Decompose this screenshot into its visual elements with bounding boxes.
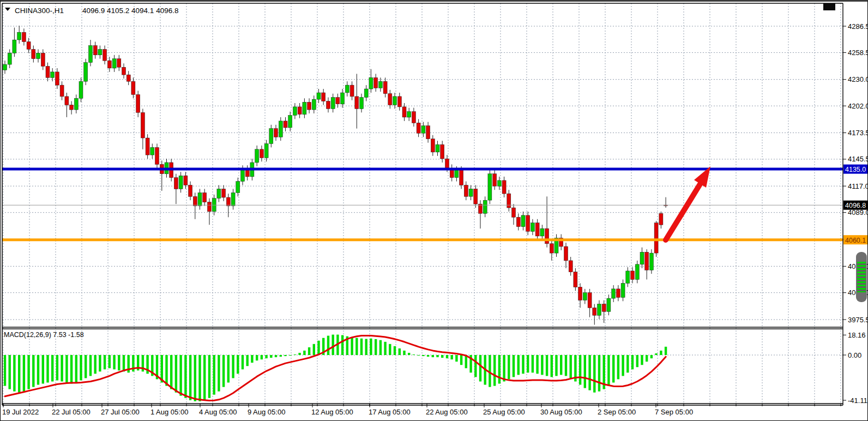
macd-histogram-bar xyxy=(317,341,320,355)
macd-histogram-bar xyxy=(584,355,586,388)
candle-bullish xyxy=(74,98,78,110)
candle-bearish xyxy=(412,112,415,123)
price-tick-label: 4145.5 xyxy=(848,155,867,163)
candle-bearish xyxy=(564,246,568,261)
macd-histogram-bar xyxy=(355,338,358,355)
chart-canvas[interactable]: 4286.54258.54230.04202.04173.54145.54117… xyxy=(1,2,867,421)
macd-histogram-bar xyxy=(332,335,334,355)
bullish-arrow[interactable] xyxy=(666,166,710,240)
candle-bearish xyxy=(374,77,378,88)
macd-histogram-bar xyxy=(13,355,15,392)
candlestick-series xyxy=(3,26,668,324)
candle-bullish xyxy=(649,253,653,270)
macd-histogram-bar xyxy=(451,355,453,359)
macd-histogram-bar xyxy=(313,344,315,355)
candle-bearish xyxy=(322,93,326,101)
macd-histogram-bar xyxy=(636,355,638,367)
time-tick-label: 4 Aug 05:00 xyxy=(199,408,237,416)
candle-bearish xyxy=(355,97,359,109)
arrow-shaft[interactable] xyxy=(666,183,701,240)
candle-bearish xyxy=(388,94,392,105)
candle-bearish xyxy=(493,174,497,187)
macd-histogram-bar xyxy=(498,355,501,384)
macd-histogram-bar xyxy=(27,355,29,389)
macd-histogram-bar xyxy=(275,355,277,357)
symbol-dropdown-icon[interactable] xyxy=(5,8,10,11)
macd-histogram-bar xyxy=(394,346,396,355)
candle-bearish xyxy=(174,178,178,189)
price-axis[interactable]: 4286.54258.54230.04202.04173.54145.54117… xyxy=(843,22,867,405)
macd-histogram-bar xyxy=(541,355,543,375)
candle-bullish xyxy=(3,64,7,70)
macd-histogram-bar xyxy=(189,355,191,400)
macd-histogram-bar xyxy=(617,355,619,379)
candle-bullish xyxy=(635,264,639,280)
candle-bullish xyxy=(217,189,221,198)
macd-histogram-bar xyxy=(598,355,600,392)
candle-bearish xyxy=(65,97,69,105)
macd-histogram-bar xyxy=(503,355,505,382)
macd-histogram-bar xyxy=(222,355,225,387)
macd-histogram-bar xyxy=(565,355,567,376)
macd-histogram-bar xyxy=(303,351,305,355)
macd-histogram-bar xyxy=(61,355,63,382)
time-tick-label: 19 Jul 2022 xyxy=(2,408,39,416)
macd-histogram-bar xyxy=(104,355,106,369)
macd-histogram-bar xyxy=(593,355,595,393)
macd-histogram-bar xyxy=(479,355,481,382)
scrollbar-stripes xyxy=(857,262,866,292)
macd-histogram-bar xyxy=(465,355,467,368)
macd-histogram-bar xyxy=(351,337,353,355)
macd-histogram-bar xyxy=(284,355,286,356)
candle-bullish xyxy=(521,215,525,227)
candle-bullish xyxy=(17,32,21,40)
macd-histogram-bar xyxy=(341,335,343,355)
time-tick-label: 7 Sep 05:00 xyxy=(655,408,693,416)
candle-bullish xyxy=(369,77,373,89)
macd-histogram-bar xyxy=(493,355,496,386)
candle-bullish xyxy=(89,46,93,63)
macd-histogram-bar xyxy=(384,342,386,355)
overlay-objects xyxy=(2,166,843,240)
candle-bearish xyxy=(41,53,45,66)
candle-bullish xyxy=(269,129,273,144)
candle-bullish xyxy=(51,72,55,77)
macd-histogram-bar xyxy=(123,355,125,371)
candle-bearish xyxy=(659,213,663,225)
time-tick-label: 25 Aug 05:00 xyxy=(483,408,525,416)
macd-histogram-bar xyxy=(517,355,520,375)
macd-histogram-bar xyxy=(89,355,92,376)
macd-histogram-bar xyxy=(641,355,643,365)
current-price-badge-label: 4096.8 xyxy=(845,202,866,209)
candle-bullish xyxy=(621,283,625,297)
macd-histogram-bar xyxy=(432,355,434,357)
macd-histogram-bar xyxy=(370,339,372,355)
macd-histogram-bar xyxy=(298,353,300,355)
vertical-scrollbar-thumb[interactable] xyxy=(856,252,867,302)
candle-bullish xyxy=(112,59,116,68)
candle-bullish xyxy=(264,143,268,158)
macd-histogram-bar xyxy=(251,355,253,363)
candle-bullish xyxy=(469,189,473,196)
macd-histogram-bar xyxy=(37,355,39,385)
macd-histogram-bar xyxy=(508,355,510,379)
candle-bullish xyxy=(497,181,501,186)
candle-bearish xyxy=(569,261,572,272)
macd-histogram-bar xyxy=(607,355,610,386)
candle-bullish xyxy=(607,298,611,311)
macd-histogram-bar xyxy=(422,355,424,356)
macd-histogram-bar xyxy=(408,353,410,355)
macd-histogram-bar xyxy=(4,355,6,386)
price-tick-label: 4202.0 xyxy=(848,102,867,110)
ohlc-readout: 4096.9 4105.2 4094.1 4096.8 xyxy=(82,7,178,15)
candle-bearish xyxy=(460,170,463,185)
candle-bullish xyxy=(37,53,40,58)
candle-bearish xyxy=(417,123,420,133)
price-tick-label: 4117.0 xyxy=(848,182,867,190)
macd-histogram-bar xyxy=(70,355,73,384)
macd-histogram-bar xyxy=(446,355,448,358)
macd-histogram-bar xyxy=(513,355,515,377)
macd-histogram-bar xyxy=(18,355,20,393)
macd-histogram-bar xyxy=(441,355,443,358)
candle-bearish xyxy=(22,32,26,41)
